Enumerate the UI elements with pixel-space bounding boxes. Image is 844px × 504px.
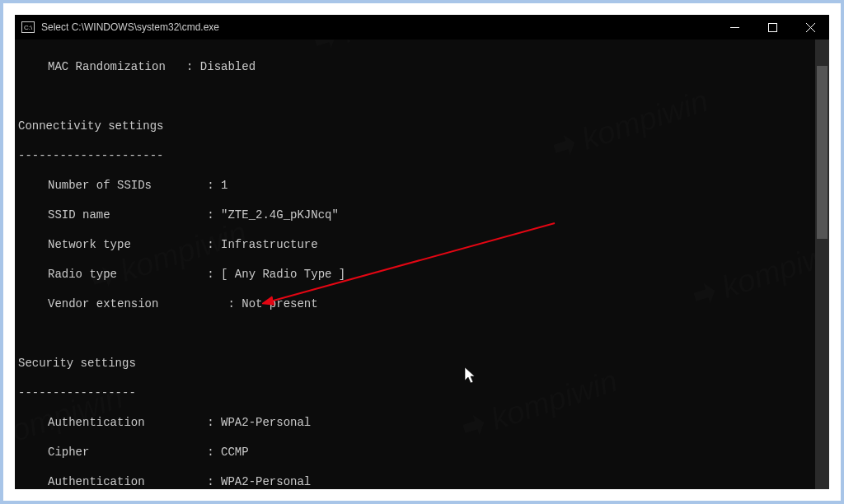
scrollbar[interactable]	[815, 40, 829, 489]
svg-line-4	[270, 223, 555, 301]
output-line	[16, 326, 824, 341]
output-line: SSID name : "ZTE_2.4G_pKJNcq"	[16, 208, 824, 222]
cmd-window: C:\ Select C:\WINDOWS\system32\cmd.exe M…	[15, 15, 829, 489]
scrollbar-thumb[interactable]	[817, 66, 828, 239]
output-line: Authentication : WPA2-Personal	[16, 415, 824, 430]
output-line: Radio type : [ Any Radio Type ]	[16, 267, 824, 282]
window-title: Select C:\WINDOWS\system32\cmd.exe	[41, 21, 219, 33]
close-button[interactable]	[791, 15, 829, 40]
maximize-button[interactable]	[753, 15, 791, 40]
terminal-output[interactable]: MAC Randomization : Disabled Connectivit…	[15, 40, 829, 489]
output-line: Network type : Infrastructure	[16, 237, 824, 252]
section-heading: Connectivity settings	[16, 119, 824, 133]
section-heading: Security settings	[16, 356, 824, 371]
titlebar[interactable]: C:\ Select C:\WINDOWS\system32\cmd.exe	[15, 15, 829, 40]
window-controls	[715, 15, 829, 40]
output-line: Vendor extension : Not present	[16, 296, 824, 311]
watermark: kompiwin	[312, 40, 471, 52]
svg-rect-1	[768, 23, 776, 31]
titlebar-left: C:\ Select C:\WINDOWS\system32\cmd.exe	[21, 21, 219, 33]
output-line: Cipher : CCMP	[16, 445, 824, 460]
minimize-button[interactable]	[715, 15, 753, 40]
cmd-icon: C:\	[21, 21, 35, 33]
section-dashes: ---------------------	[16, 148, 824, 163]
output-line: MAC Randomization : Disabled	[16, 59, 824, 74]
output-line: Authentication : WPA2-Personal	[16, 474, 824, 489]
section-dashes: -----------------	[16, 385, 824, 400]
output-line	[16, 89, 824, 104]
output-line: Number of SSIDs : 1	[16, 178, 824, 193]
